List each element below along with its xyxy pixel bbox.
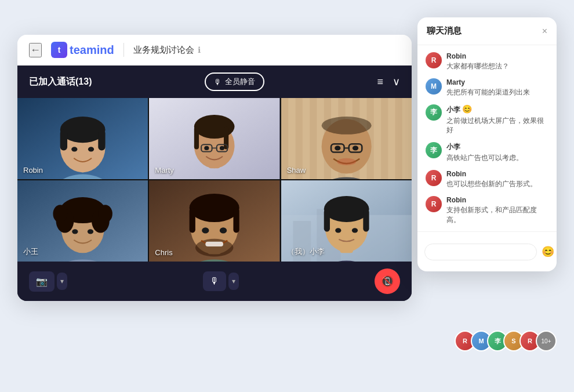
chat-input-area: 😊 发送 [417, 231, 557, 271]
status-bar-right: ≡ ∨ [377, 75, 400, 88]
video-cell-xiaoli-me[interactable]: （我）小李 [281, 180, 412, 262]
chat-title: 聊天消息 [427, 26, 462, 37]
video-cell-chris[interactable]: Chris [149, 180, 279, 262]
info-icon[interactable]: ℹ [198, 45, 201, 55]
camera-chevron[interactable]: ▾ [57, 273, 67, 290]
close-icon[interactable]: × [542, 26, 547, 37]
avatar-robin: R [426, 52, 442, 68]
message-sender: Robin [446, 170, 548, 178]
message-text: 大家都有哪些想法？ [446, 61, 548, 71]
message-item: M Marty 先把所有可能的渠道列出来 [426, 78, 548, 97]
avatar-marty: M [426, 78, 442, 95]
more-participants-badge[interactable]: 10+ [536, 331, 557, 351]
video-cell-marty[interactable]: Marty [149, 98, 279, 179]
message-emoji: 😊 [462, 104, 472, 114]
mic-chevron[interactable]: ▾ [228, 273, 239, 290]
svg-point-34 [321, 117, 371, 135]
chat-panel: 聊天消息 × R Robin 大家都有哪些想法？ M Marty 先把所有可能的… [417, 17, 557, 271]
mic-button[interactable]: 🎙 [203, 271, 226, 291]
message-content: Robin 也可以想些创新的广告形式。 [446, 170, 548, 189]
svg-rect-6 [98, 130, 105, 151]
message-sender: 小李 [446, 142, 548, 152]
svg-point-74 [352, 228, 358, 233]
logo-icon: t [51, 42, 67, 58]
message-content: Robin 支持创新形式，和产品匹配度高。 [446, 196, 548, 225]
avatar-xiaoli: 李 [426, 142, 442, 158]
svg-point-73 [335, 228, 341, 233]
status-bar: 已加入通话(13) 🎙 全员静音 ≡ ∨ [17, 66, 412, 98]
svg-rect-5 [60, 130, 67, 151]
svg-point-61 [220, 227, 227, 233]
message-text: 高铁站广告也可以考虑。 [446, 153, 548, 163]
participant-name-xiaoli-me: （我）小李 [287, 246, 325, 257]
chevron-down-icon[interactable]: ∨ [393, 75, 400, 88]
header-bar: ← t teamind 业务规划讨论会 ℹ [17, 35, 412, 66]
back-button[interactable]: ← [29, 43, 42, 57]
video-cell-robin[interactable]: Robin [17, 98, 148, 179]
svg-point-60 [202, 227, 209, 233]
video-cell-xiaowang[interactable]: 小王 [17, 180, 148, 262]
participant-name-chris: Chris [155, 248, 172, 257]
svg-rect-57 [190, 208, 195, 233]
camera-controls: 📷 ▾ [29, 271, 67, 292]
participant-name-xiaowang: 小王 [23, 246, 38, 257]
participants-count: 已加入通话(13) [29, 76, 92, 88]
app-logo: t teamind [51, 42, 114, 58]
message-sender: Robin [446, 52, 548, 60]
svg-point-40 [337, 158, 356, 165]
message-item: R Robin 支持创新形式，和产品匹配度高。 [426, 196, 548, 225]
video-area: 已加入通话(13) 🎙 全员静音 ≡ ∨ [17, 66, 412, 301]
svg-point-51 [88, 229, 93, 234]
svg-point-56 [190, 194, 239, 222]
message-item: R Robin 也可以想些创新的广告形式。 [426, 170, 548, 189]
svg-rect-58 [234, 208, 239, 233]
svg-point-48 [53, 205, 67, 223]
message-content: Robin 大家都有哪些想法？ [446, 52, 548, 71]
message-item: 李 小李 😊 之前做过机场大屏广告，效果很好 [426, 104, 548, 136]
end-call-button[interactable]: 📵 [375, 268, 400, 294]
svg-rect-62 [206, 242, 224, 246]
svg-point-38 [335, 146, 340, 150]
avatar-robin: R [426, 170, 442, 186]
message-sender: 小李 😊 [446, 104, 548, 115]
svg-point-20 [220, 146, 224, 150]
message-item: R Robin 大家都有哪些想法？ [426, 52, 548, 71]
participant-name-shaw: Shaw [287, 166, 306, 175]
avatar-xiaoli: 李 [426, 104, 442, 121]
svg-rect-15 [224, 127, 228, 150]
chat-header: 聊天消息 × [417, 17, 557, 45]
camera-icon: 📷 [36, 276, 48, 287]
participant-name-marty: Marty [155, 166, 174, 175]
avatar-robin: R [426, 196, 442, 212]
message-sender: Marty [446, 78, 548, 86]
header-divider [123, 43, 124, 57]
svg-point-8 [88, 147, 94, 151]
svg-point-39 [353, 146, 358, 150]
svg-point-59 [195, 239, 234, 257]
svg-rect-29 [381, 98, 388, 179]
svg-rect-14 [194, 127, 199, 150]
camera-button[interactable]: 📷 [29, 271, 55, 292]
meeting-title: 业务规划讨论会 ℹ [133, 45, 201, 56]
message-content: Marty 先把所有可能的渠道列出来 [446, 78, 548, 97]
main-video-window: ← t teamind 业务规划讨论会 ℹ 已加入通话(13) 🎙 全员静音 ≡… [17, 35, 412, 301]
participant-name-robin: Robin [23, 166, 43, 175]
message-content: 小李 高铁站广告也可以考虑。 [446, 142, 548, 163]
mute-all-button[interactable]: 🎙 全员静音 [205, 72, 264, 91]
menu-icon[interactable]: ≡ [377, 76, 383, 88]
video-cell-shaw[interactable]: Shaw [281, 98, 412, 179]
mic-slash-icon: 🎙 [214, 78, 221, 86]
svg-point-50 [72, 229, 78, 234]
message-content: 小李 😊 之前做过机场大屏广告，效果很好 [446, 104, 548, 136]
message-text: 先把所有可能的渠道列出来 [446, 88, 548, 97]
svg-rect-30 [395, 98, 402, 179]
mic-controls: 🎙 ▾ [203, 271, 239, 291]
video-grid: Robin [17, 98, 412, 262]
svg-point-70 [324, 196, 369, 222]
message-text: 之前做过机场大屏广告，效果很好 [446, 116, 548, 136]
svg-point-7 [71, 147, 77, 151]
chat-input[interactable] [424, 244, 537, 260]
emoji-button[interactable]: 😊 [542, 245, 554, 258]
controls-bar: 📷 ▾ 🎙 ▾ 📵 [17, 262, 412, 301]
message-text: 支持创新形式，和产品匹配度高。 [446, 205, 548, 225]
